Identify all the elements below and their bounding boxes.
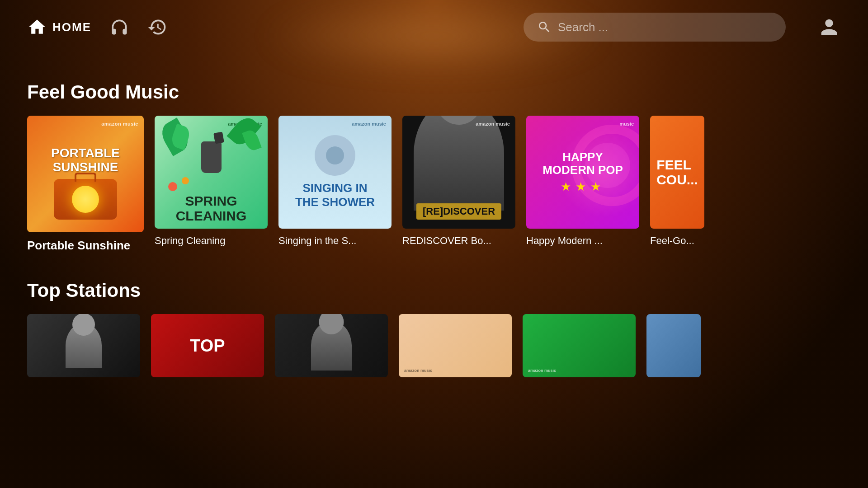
station-card-4[interactable]: amazon music <box>399 314 512 377</box>
header: HOME Search ... <box>0 0 868 54</box>
top-station-label: TOP <box>190 336 225 356</box>
station-card-1[interactable] <box>27 314 140 377</box>
profile-icon[interactable] <box>817 15 841 39</box>
feel-good-cards-row: amazon music PORTABLESUNSHINE Portable S… <box>27 116 841 253</box>
card-art-feelgood: FEELCOU... <box>650 116 704 229</box>
card-art-happy: music HAPPYMODERN POP ★★★ <box>526 116 639 229</box>
search-bar[interactable]: Search ... <box>524 13 786 42</box>
station-card-3[interactable] <box>275 314 388 377</box>
home-icon <box>27 17 47 37</box>
card-label-rediscover: REDISCOVER Bo... <box>402 235 515 247</box>
station-green-badge: amazon music <box>528 368 556 373</box>
card-spring-cleaning[interactable]: amazon music <box>155 116 268 253</box>
search-placeholder: Search ... <box>558 20 772 34</box>
card-label-spring: Spring Cleaning <box>155 235 268 247</box>
stations-cards-row: TOP amazon music amazon m <box>27 314 841 377</box>
feel-good-section: Feel Good Music amazon music PORTABLESUN… <box>0 81 868 253</box>
card-label-happy: Happy Modern ... <box>526 235 639 247</box>
card-art-spring: amazon music <box>155 116 268 229</box>
station-card-top[interactable]: TOP <box>151 314 264 377</box>
home-label: HOME <box>52 20 91 34</box>
card-label-shower: Singing in the S... <box>278 235 392 247</box>
station-card-6[interactable] <box>646 314 701 377</box>
card-label-feelgood: Feel-Go... <box>650 235 704 247</box>
station-pastel-badge: amazon music <box>404 368 432 373</box>
headphones-icon[interactable] <box>109 17 129 37</box>
card-label-portable: Portable Sunshine <box>27 239 140 253</box>
feel-good-title: Feel Good Music <box>27 81 841 103</box>
search-icon <box>537 20 552 34</box>
station-card-5[interactable]: amazon music <box>523 314 636 377</box>
card-portable-sunshine[interactable]: amazon music PORTABLESUNSHINE Portable S… <box>27 116 144 253</box>
card-feel-good-country[interactable]: FEELCOU... Feel-Go... <box>650 116 704 253</box>
card-happy-modern-pop[interactable]: music HAPPYMODERN POP ★★★ Happy Modern .… <box>526 116 639 253</box>
card-art-portable: amazon music PORTABLESUNSHINE <box>27 116 144 232</box>
nav-home-button[interactable]: HOME <box>27 17 91 37</box>
top-stations-section: Top Stations TOP <box>0 280 868 377</box>
card-art-shower: amazon music SINGING INTHE SHOWER <box>278 116 392 229</box>
card-rediscover[interactable]: amazon music [RE]DISCOVER REDISCOVER Bo.… <box>402 116 515 253</box>
card-singing-shower[interactable]: amazon music SINGING INTHE SHOWER Singin… <box>278 116 392 253</box>
top-stations-title: Top Stations <box>27 280 841 301</box>
card-art-rediscover: amazon music [RE]DISCOVER <box>402 116 515 229</box>
history-icon[interactable] <box>147 17 167 37</box>
